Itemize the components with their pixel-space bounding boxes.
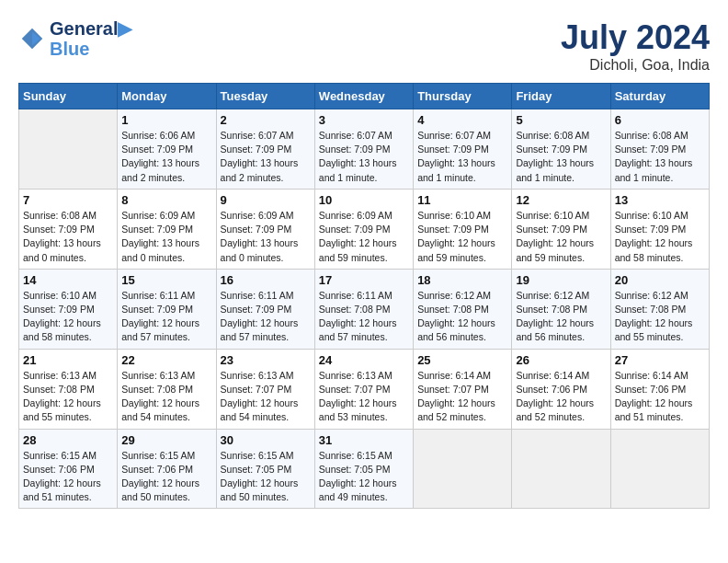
day-cell: 18Sunrise: 6:12 AMSunset: 7:08 PMDayligh… [414, 269, 512, 349]
day-info: Sunrise: 6:13 AMSunset: 7:07 PMDaylight:… [221, 369, 311, 425]
day-info: Sunrise: 6:10 AMSunset: 7:09 PMDaylight:… [417, 209, 507, 265]
day-cell: 19Sunrise: 6:12 AMSunset: 7:08 PMDayligh… [512, 269, 610, 349]
day-cell: 27Sunrise: 6:14 AMSunset: 7:06 PMDayligh… [610, 349, 709, 429]
day-number: 19 [516, 273, 606, 287]
day-info: Sunrise: 6:12 AMSunset: 7:08 PMDaylight:… [615, 289, 705, 345]
day-cell: 1Sunrise: 6:06 AMSunset: 7:09 PMDaylight… [118, 109, 216, 190]
day-info: Sunrise: 6:15 AMSunset: 7:06 PMDaylight:… [121, 449, 211, 505]
day-info: Sunrise: 6:09 AMSunset: 7:09 PMDaylight:… [319, 209, 409, 265]
day-number: 8 [121, 193, 211, 207]
week-row-3: 14Sunrise: 6:10 AMSunset: 7:09 PMDayligh… [19, 269, 710, 349]
day-number: 25 [417, 353, 507, 367]
day-info: Sunrise: 6:13 AMSunset: 7:08 PMDaylight:… [121, 369, 211, 425]
day-number: 20 [615, 273, 705, 287]
day-cell: 30Sunrise: 6:15 AMSunset: 7:05 PMDayligh… [216, 429, 314, 509]
day-info: Sunrise: 6:11 AMSunset: 7:09 PMDaylight:… [121, 289, 211, 345]
day-number: 22 [121, 353, 211, 367]
day-info: Sunrise: 6:14 AMSunset: 7:07 PMDaylight:… [417, 369, 507, 425]
day-number: 3 [319, 113, 409, 127]
calendar-header: SundayMondayTuesdayWednesdayThursdayFrid… [19, 84, 710, 109]
main-title: July 2024 [561, 18, 710, 57]
day-cell [512, 429, 610, 509]
day-cell: 2Sunrise: 6:07 AMSunset: 7:09 PMDaylight… [216, 109, 314, 190]
day-number: 7 [23, 193, 113, 207]
header-cell-friday: Friday [512, 84, 610, 109]
day-number: 31 [319, 433, 409, 447]
day-info: Sunrise: 6:10 AMSunset: 7:09 PMDaylight:… [615, 209, 705, 265]
day-cell: 26Sunrise: 6:14 AMSunset: 7:06 PMDayligh… [512, 349, 610, 429]
day-cell: 28Sunrise: 6:15 AMSunset: 7:06 PMDayligh… [19, 429, 118, 509]
day-cell: 10Sunrise: 6:09 AMSunset: 7:09 PMDayligh… [314, 189, 413, 269]
day-info: Sunrise: 6:11 AMSunset: 7:09 PMDaylight:… [221, 289, 311, 345]
day-cell: 9Sunrise: 6:09 AMSunset: 7:09 PMDaylight… [216, 189, 314, 269]
day-cell: 5Sunrise: 6:08 AMSunset: 7:09 PMDaylight… [512, 109, 610, 190]
day-number: 14 [23, 273, 113, 287]
day-number: 29 [121, 433, 211, 447]
day-number: 24 [319, 353, 409, 367]
day-cell: 25Sunrise: 6:14 AMSunset: 7:07 PMDayligh… [414, 349, 512, 429]
day-info: Sunrise: 6:15 AMSunset: 7:06 PMDaylight:… [23, 449, 113, 505]
header-cell-wednesday: Wednesday [314, 84, 413, 109]
logo-line1: General▶ [50, 18, 131, 39]
day-number: 4 [417, 113, 507, 127]
day-number: 28 [23, 433, 113, 447]
logo-line2: Blue [50, 39, 131, 59]
day-info: Sunrise: 6:08 AMSunset: 7:09 PMDaylight:… [23, 209, 113, 265]
day-number: 27 [615, 353, 705, 367]
day-info: Sunrise: 6:14 AMSunset: 7:06 PMDaylight:… [615, 369, 705, 425]
day-cell: 15Sunrise: 6:11 AMSunset: 7:09 PMDayligh… [118, 269, 216, 349]
day-cell: 23Sunrise: 6:13 AMSunset: 7:07 PMDayligh… [216, 349, 314, 429]
day-cell [414, 429, 512, 509]
day-info: Sunrise: 6:10 AMSunset: 7:09 PMDaylight:… [516, 209, 606, 265]
calendar-table: SundayMondayTuesdayWednesdayThursdayFrid… [18, 83, 710, 509]
day-cell: 22Sunrise: 6:13 AMSunset: 7:08 PMDayligh… [118, 349, 216, 429]
day-cell: 6Sunrise: 6:08 AMSunset: 7:09 PMDaylight… [610, 109, 709, 190]
week-row-1: 1Sunrise: 6:06 AMSunset: 7:09 PMDaylight… [19, 109, 710, 190]
day-number: 11 [417, 193, 507, 207]
week-row-4: 21Sunrise: 6:13 AMSunset: 7:08 PMDayligh… [19, 349, 710, 429]
header-row: SundayMondayTuesdayWednesdayThursdayFrid… [19, 84, 710, 109]
day-number: 2 [221, 113, 311, 127]
day-cell: 8Sunrise: 6:09 AMSunset: 7:09 PMDaylight… [118, 189, 216, 269]
day-info: Sunrise: 6:07 AMSunset: 7:09 PMDaylight:… [417, 129, 507, 185]
header-cell-thursday: Thursday [414, 84, 512, 109]
day-cell: 11Sunrise: 6:10 AMSunset: 7:09 PMDayligh… [414, 189, 512, 269]
day-cell: 12Sunrise: 6:10 AMSunset: 7:09 PMDayligh… [512, 189, 610, 269]
day-number: 26 [516, 353, 606, 367]
day-info: Sunrise: 6:07 AMSunset: 7:09 PMDaylight:… [319, 129, 409, 185]
day-info: Sunrise: 6:13 AMSunset: 7:07 PMDaylight:… [319, 369, 409, 425]
day-cell: 20Sunrise: 6:12 AMSunset: 7:08 PMDayligh… [610, 269, 709, 349]
day-number: 9 [221, 193, 311, 207]
day-number: 21 [23, 353, 113, 367]
logo: General▶ Blue [18, 18, 131, 59]
day-info: Sunrise: 6:10 AMSunset: 7:09 PMDaylight:… [23, 289, 113, 345]
week-row-5: 28Sunrise: 6:15 AMSunset: 7:06 PMDayligh… [19, 429, 710, 509]
day-number: 15 [121, 273, 211, 287]
day-info: Sunrise: 6:14 AMSunset: 7:06 PMDaylight:… [516, 369, 606, 425]
day-cell: 17Sunrise: 6:11 AMSunset: 7:08 PMDayligh… [314, 269, 413, 349]
day-number: 1 [121, 113, 211, 127]
header-cell-monday: Monday [118, 84, 216, 109]
day-cell: 16Sunrise: 6:11 AMSunset: 7:09 PMDayligh… [216, 269, 314, 349]
day-number: 10 [319, 193, 409, 207]
day-info: Sunrise: 6:09 AMSunset: 7:09 PMDaylight:… [121, 209, 211, 265]
week-row-2: 7Sunrise: 6:08 AMSunset: 7:09 PMDaylight… [19, 189, 710, 269]
day-info: Sunrise: 6:09 AMSunset: 7:09 PMDaylight:… [221, 209, 311, 265]
day-info: Sunrise: 6:11 AMSunset: 7:08 PMDaylight:… [319, 289, 409, 345]
header-cell-saturday: Saturday [610, 84, 709, 109]
day-number: 17 [319, 273, 409, 287]
day-number: 23 [221, 353, 311, 367]
day-number: 13 [615, 193, 705, 207]
day-info: Sunrise: 6:08 AMSunset: 7:09 PMDaylight:… [516, 129, 606, 185]
day-cell: 13Sunrise: 6:10 AMSunset: 7:09 PMDayligh… [610, 189, 709, 269]
day-info: Sunrise: 6:06 AMSunset: 7:09 PMDaylight:… [121, 129, 211, 185]
day-number: 16 [221, 273, 311, 287]
day-info: Sunrise: 6:07 AMSunset: 7:09 PMDaylight:… [221, 129, 311, 185]
day-info: Sunrise: 6:15 AMSunset: 7:05 PMDaylight:… [221, 449, 311, 505]
title-section: July 2024 Dicholi, Goa, India [561, 18, 710, 74]
day-number: 5 [516, 113, 606, 127]
logo-icon [18, 25, 46, 52]
day-number: 6 [615, 113, 705, 127]
day-cell: 24Sunrise: 6:13 AMSunset: 7:07 PMDayligh… [314, 349, 413, 429]
header-cell-sunday: Sunday [19, 84, 118, 109]
